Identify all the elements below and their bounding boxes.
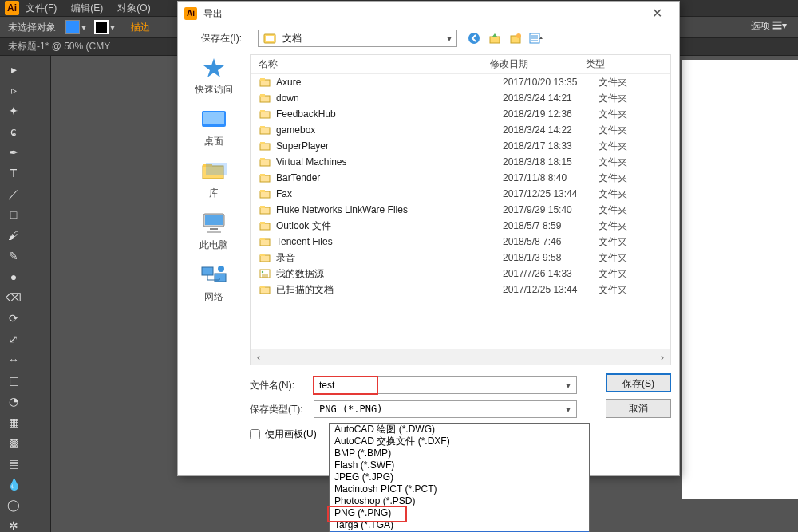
- place-this-pc[interactable]: 此电脑: [190, 211, 238, 252]
- file-name: Axure: [276, 77, 503, 88]
- scale-tool-icon[interactable]: ⤢: [2, 329, 25, 349]
- close-icon[interactable]: ✕: [641, 3, 673, 24]
- stroke-label: 描边: [131, 21, 150, 34]
- mesh-tool-icon[interactable]: ▩: [2, 433, 25, 452]
- rectangle-tool-icon[interactable]: □: [2, 205, 25, 224]
- svg-rect-3: [490, 37, 500, 43]
- horizontal-scrollbar[interactable]: ‹ ›: [251, 349, 670, 365]
- blob-brush-tool-icon[interactable]: ●: [2, 267, 25, 286]
- direct-selection-tool-icon[interactable]: ▹: [2, 81, 25, 100]
- fill-dropdown-caret-icon[interactable]: ▾: [81, 22, 86, 33]
- fill-swatch[interactable]: [65, 20, 80, 34]
- format-option[interactable]: AutoCAD 绘图 (*.DWG): [330, 424, 589, 435]
- cancel-button[interactable]: 取消: [606, 399, 671, 418]
- stroke-dropdown-caret-icon[interactable]: ▾: [110, 22, 115, 33]
- svg-rect-38: [260, 223, 270, 230]
- menu-object[interactable]: 对象(O): [117, 2, 150, 15]
- pen-tool-icon[interactable]: ✒: [2, 143, 25, 162]
- file-type: 文件夹: [598, 108, 662, 121]
- filename-value[interactable]: test: [314, 380, 334, 391]
- documents-folder-icon: [262, 31, 278, 45]
- symbol-sprayer-tool-icon[interactable]: ✲: [2, 516, 25, 532]
- view-menu-icon[interactable]: [529, 31, 543, 45]
- save-in-combobox[interactable]: 文档 ▾: [258, 30, 457, 47]
- format-option[interactable]: Photoshop (*.PSD): [330, 495, 589, 507]
- col-date[interactable]: 修改日期: [490, 57, 586, 71]
- scroll-left-icon[interactable]: ‹: [251, 352, 267, 363]
- gradient-tool-icon[interactable]: ▤: [2, 454, 25, 473]
- options-menu[interactable]: 选项 ☰▾: [751, 19, 787, 33]
- chevron-down-icon[interactable]: ▾: [560, 404, 576, 415]
- file-row[interactable]: BarTender2017/11/8 8:40文件夹: [251, 170, 670, 186]
- file-rows[interactable]: Axure2017/10/20 13:35文件夹down2018/3/24 14…: [251, 74, 670, 349]
- menu-file[interactable]: 文件(F): [26, 2, 57, 15]
- format-option[interactable]: AutoCAD 交换文件 (*.DXF): [330, 435, 589, 447]
- chevron-down-icon[interactable]: ▾: [560, 380, 576, 391]
- dialog-titlebar[interactable]: Ai 导出 ✕: [178, 2, 679, 26]
- file-list-header[interactable]: 名称 修改日期 类型: [251, 55, 670, 74]
- type-tool-icon[interactable]: T: [2, 164, 25, 183]
- file-row[interactable]: Tencent Files2018/5/8 7:46文件夹: [251, 234, 670, 250]
- place-network[interactable]: 网络: [190, 263, 238, 304]
- file-row[interactable]: FeedbackHub2018/2/19 12:36文件夹: [251, 106, 670, 122]
- datasource-icon: [259, 268, 271, 279]
- eyedropper-tool-icon[interactable]: 💧: [2, 475, 25, 494]
- file-name: Outlook 文件: [276, 219, 503, 233]
- format-option[interactable]: BMP (*.BMP): [330, 447, 589, 459]
- filetype-combobox[interactable]: PNG (*.PNG) ▾: [314, 400, 577, 418]
- format-option[interactable]: Macintosh PICT (*.PCT): [330, 483, 589, 495]
- pencil-tool-icon[interactable]: ✎: [2, 246, 25, 266]
- new-folder-icon[interactable]: [508, 31, 523, 45]
- selection-tool-icon[interactable]: ▸: [2, 60, 25, 79]
- magic-wand-tool-icon[interactable]: ✦: [2, 101, 25, 120]
- svg-rect-27: [260, 126, 265, 128]
- save-button[interactable]: 保存(S): [606, 373, 671, 392]
- file-row[interactable]: Fax2017/12/25 13:44文件夹: [251, 186, 670, 202]
- file-row[interactable]: Virtual Machines2018/3/18 18:15文件夹: [251, 154, 670, 170]
- perspective-tool-icon[interactable]: ▦: [2, 412, 25, 432]
- svg-rect-47: [260, 286, 265, 288]
- nav-up-icon[interactable]: [488, 31, 502, 45]
- file-row[interactable]: Axure2017/10/20 13:35文件夹: [251, 74, 670, 90]
- filename-combobox[interactable]: test ▾: [314, 376, 577, 394]
- eraser-tool-icon[interactable]: ⌫: [2, 288, 25, 307]
- file-row[interactable]: gamebox2018/3/24 14:22文件夹: [251, 122, 670, 138]
- file-row[interactable]: down2018/3/24 14:21文件夹: [251, 90, 670, 106]
- chevron-down-icon[interactable]: ▾: [442, 33, 456, 44]
- width-tool-icon[interactable]: ↔: [2, 350, 25, 369]
- ai-canvas[interactable]: [682, 60, 798, 499]
- svg-rect-16: [207, 231, 221, 233]
- free-transform-tool-icon[interactable]: ◫: [2, 371, 25, 390]
- svg-rect-39: [260, 222, 265, 224]
- place-quick-access[interactable]: 快速访问: [190, 56, 238, 97]
- line-tool-icon[interactable]: ／: [2, 184, 25, 203]
- paintbrush-tool-icon[interactable]: 🖌: [2, 226, 25, 245]
- svg-rect-22: [260, 96, 270, 102]
- lasso-tool-icon[interactable]: ɕ: [2, 122, 25, 141]
- col-name[interactable]: 名称: [259, 57, 490, 71]
- nav-back-icon[interactable]: [467, 31, 481, 45]
- format-option[interactable]: Targa (*.TGA): [330, 519, 589, 531]
- scroll-right-icon[interactable]: ›: [654, 352, 670, 363]
- format-option[interactable]: Flash (*.SWF): [330, 459, 589, 471]
- svg-rect-33: [260, 174, 265, 176]
- use-artboard-checkbox[interactable]: [250, 429, 260, 439]
- shape-builder-tool-icon[interactable]: ◔: [2, 392, 25, 411]
- file-row[interactable]: 我的数据源2017/7/26 14:33文件夹: [251, 266, 670, 282]
- rotate-tool-icon[interactable]: ⟳: [2, 309, 25, 328]
- format-option[interactable]: JPEG (*.JPG): [330, 471, 589, 483]
- file-row[interactable]: Fluke Networks LinkWare Files2017/9/29 1…: [251, 202, 670, 218]
- menu-edit[interactable]: 编辑(E): [71, 2, 103, 15]
- stroke-swatch[interactable]: [94, 20, 109, 34]
- filetype-dropdown-list[interactable]: AutoCAD 绘图 (*.DWG)AutoCAD 交换文件 (*.DXF)BM…: [329, 423, 590, 532]
- blend-tool-icon[interactable]: ◯: [2, 495, 25, 514]
- place-libraries[interactable]: 库: [190, 160, 238, 200]
- file-row[interactable]: SuperPlayer2018/2/17 18:33文件夹: [251, 138, 670, 154]
- file-row[interactable]: 已扫描的文档2017/12/25 13:44文件夹: [251, 282, 670, 298]
- col-type[interactable]: 类型: [586, 57, 662, 71]
- format-option[interactable]: PNG (*.PNG): [330, 507, 589, 519]
- place-desktop[interactable]: 桌面: [190, 108, 238, 148]
- file-row[interactable]: Outlook 文件2018/5/7 8:59文件夹: [251, 218, 670, 234]
- file-row[interactable]: 录音2018/1/3 9:58文件夹: [251, 250, 670, 266]
- file-type: 文件夹: [598, 92, 662, 105]
